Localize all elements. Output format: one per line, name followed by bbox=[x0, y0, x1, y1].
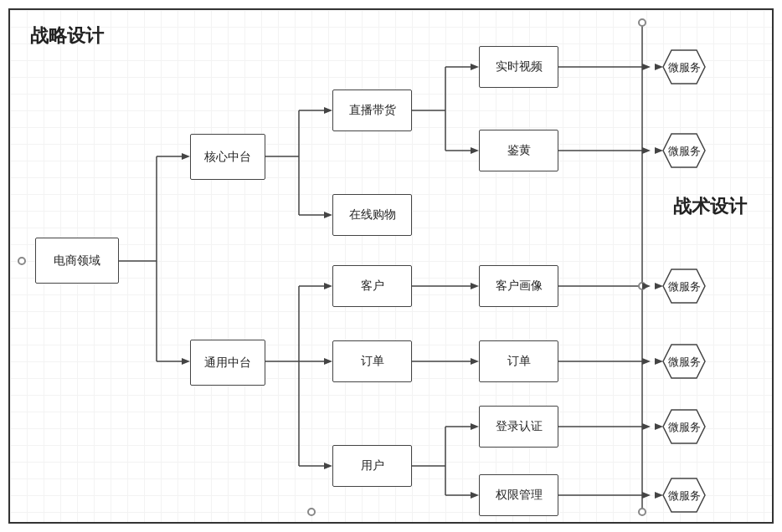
box-general-platform: 通用中台 bbox=[190, 340, 265, 386]
microservice-6: 微服务 bbox=[651, 474, 718, 516]
svg-text:微服务: 微服务 bbox=[668, 61, 701, 74]
microservice-2: 微服务 bbox=[651, 130, 718, 171]
svg-text:微服务: 微服务 bbox=[668, 356, 701, 368]
microservice-4: 微服务 bbox=[651, 340, 718, 382]
box-order-left: 订单 bbox=[332, 340, 412, 382]
svg-text:微服务: 微服务 bbox=[668, 145, 701, 157]
microservice-3: 微服务 bbox=[651, 265, 718, 307]
box-realtime-video: 实时视频 bbox=[479, 46, 558, 88]
microservice-5: 微服务 bbox=[651, 406, 718, 448]
box-online-shopping: 在线购物 bbox=[332, 194, 412, 236]
box-login-auth: 登录认证 bbox=[479, 406, 558, 448]
svg-text:微服务: 微服务 bbox=[668, 421, 701, 433]
svg-text:微服务: 微服务 bbox=[668, 489, 701, 502]
box-customer-profile: 客户画像 bbox=[479, 265, 558, 307]
box-user: 用户 bbox=[332, 445, 412, 487]
box-order-right: 订单 bbox=[479, 340, 558, 382]
main-canvas: 战略设计 战术设计 bbox=[8, 8, 774, 524]
box-permission: 权限管理 bbox=[479, 474, 558, 516]
title-strategic: 战略设计 bbox=[30, 23, 104, 49]
microservice-1: 微服务 bbox=[651, 46, 718, 88]
box-content-filter: 鉴黄 bbox=[479, 130, 558, 171]
box-ecommerce: 电商领域 bbox=[35, 238, 119, 284]
svg-text:微服务: 微服务 bbox=[668, 280, 701, 293]
box-core-platform: 核心中台 bbox=[190, 134, 265, 180]
box-live-commerce: 直播带货 bbox=[332, 90, 412, 131]
box-customer: 客户 bbox=[332, 265, 412, 307]
title-tactical: 战术设计 bbox=[673, 194, 747, 219]
